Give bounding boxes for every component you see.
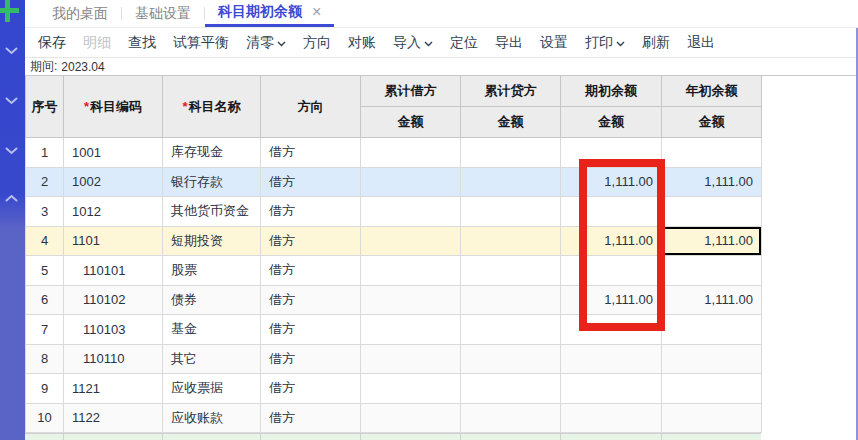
cell-year-begin-balance[interactable]: 1,111.00 [662,285,762,315]
cell-account-code[interactable]: 1002 [64,167,163,197]
cell-cumulative-credit[interactable] [461,315,561,345]
cell-seq[interactable]: 9 [26,374,64,404]
cell-begin-balance[interactable]: 1,111.00 [561,285,662,315]
cell-begin-balance[interactable] [561,403,662,433]
cell-seq[interactable]: 6 [26,285,64,315]
cell-account-code[interactable]: 110102 [64,285,163,315]
cell-year-begin-balance[interactable]: 1,111.00 [662,167,762,197]
close-icon[interactable]: × [312,4,321,20]
cell-seq[interactable]: 2 [26,167,64,197]
toolbar-button-14[interactable]: 退出 [687,34,715,52]
cell-seq[interactable]: 10 [26,403,64,433]
cell-direction[interactable]: 借方 [261,226,361,256]
cell-seq[interactable]: 3 [26,197,64,227]
period-value[interactable]: 2023.04 [61,60,104,74]
cell-account-name[interactable]: 债券 [163,285,261,315]
cell-cumulative-credit[interactable] [461,167,561,197]
cell-cumulative-credit[interactable] [461,374,561,404]
cell-cumulative-debit[interactable] [361,226,461,256]
cell-account-name[interactable]: 库存现金 [163,138,261,168]
cell-cumulative-debit[interactable] [361,138,461,168]
cell-account-code[interactable]: 1001 [64,138,163,168]
cell-seq[interactable]: 5 [26,256,64,286]
cell-account-code[interactable]: 1101 [64,226,163,256]
toolbar-button-10[interactable]: 导出 [495,34,523,52]
chevron-down-icon[interactable] [5,41,19,50]
cell-direction[interactable]: 借方 [261,138,361,168]
toolbar-button-5[interactable]: 清零 [246,34,286,52]
cell-begin-balance[interactable]: 1,111.00 [561,167,662,197]
cell-cumulative-debit[interactable] [361,344,461,374]
cell-begin-balance[interactable] [561,197,662,227]
cell-account-name[interactable]: 短期投资 [163,226,261,256]
cell-cumulative-debit[interactable] [361,374,461,404]
cell-year-begin-balance[interactable] [662,315,762,345]
cell-cumulative-credit[interactable] [461,226,561,256]
toolbar-button-1[interactable]: 保存 [38,34,66,52]
cell-account-name[interactable]: 基金 [163,315,261,345]
cell-account-name[interactable]: 其它 [163,344,261,374]
cell-year-begin-balance[interactable] [662,403,762,433]
cell-seq[interactable]: 8 [26,344,64,374]
cell-direction[interactable]: 借方 [261,285,361,315]
cell-year-begin-balance[interactable] [662,344,762,374]
cell-account-code[interactable]: 110101 [64,256,163,286]
cell-account-code[interactable]: 110110 [64,344,163,374]
cell-cumulative-credit[interactable] [461,256,561,286]
cell-cumulative-credit[interactable] [461,344,561,374]
cell-cumulative-credit[interactable] [461,138,561,168]
tab-1[interactable]: 我的桌面 [39,0,121,27]
cell-account-name[interactable]: 应收账款 [163,403,261,433]
cell-year-begin-balance[interactable] [662,374,762,404]
cell-direction[interactable]: 借方 [261,197,361,227]
chevron-down-icon[interactable] [5,91,19,100]
chevron-down-icon[interactable] [5,141,19,150]
cell-begin-balance[interactable] [561,374,662,404]
cell-year-begin-balance[interactable] [662,138,762,168]
cell-account-name[interactable]: 股票 [163,256,261,286]
cell-cumulative-debit[interactable] [361,285,461,315]
cell-account-code[interactable]: 110103 [64,315,163,345]
chevron-up-icon[interactable] [5,188,19,197]
toolbar-button-12[interactable]: 打印 [585,34,625,52]
cell-seq[interactable]: 7 [26,315,64,345]
cell-direction[interactable]: 借方 [261,256,361,286]
cell-direction[interactable]: 借方 [261,167,361,197]
cell-begin-balance[interactable] [561,315,662,345]
cell-cumulative-debit[interactable] [361,167,461,197]
tab-2[interactable]: 基础设置 [122,0,204,27]
cell-account-code[interactable]: 1122 [64,403,163,433]
cell-seq[interactable]: 1 [26,138,64,168]
cell-direction[interactable]: 借方 [261,374,361,404]
toolbar-button-8[interactable]: 导入 [393,34,433,52]
cell-begin-balance[interactable]: 1,111.00 [561,226,662,256]
toolbar-button-9[interactable]: 定位 [450,34,478,52]
cell-account-code[interactable]: 1012 [64,197,163,227]
cell-cumulative-credit[interactable] [461,285,561,315]
cell-account-name[interactable]: 银行存款 [163,167,261,197]
cell-account-name[interactable]: 其他货币资金 [163,197,261,227]
cell-cumulative-debit[interactable] [361,315,461,345]
plus-icon[interactable] [0,0,22,23]
cell-account-code[interactable]: 1121 [64,374,163,404]
toolbar-button-11[interactable]: 设置 [540,34,568,52]
cell-cumulative-credit[interactable] [461,197,561,227]
cell-cumulative-debit[interactable] [361,197,461,227]
cell-year-begin-balance[interactable] [662,256,762,286]
cell-account-name[interactable]: 应收票据 [163,374,261,404]
cell-begin-balance[interactable] [561,138,662,168]
cell-year-begin-balance[interactable] [662,197,762,227]
cell-direction[interactable]: 借方 [261,403,361,433]
cell-direction[interactable]: 借方 [261,344,361,374]
tab-3[interactable]: 科目期初余额× [205,0,334,27]
cell-year-begin-balance[interactable]: 1,111.00 [662,226,762,256]
toolbar-button-7[interactable]: 对账 [348,34,376,52]
toolbar-button-3[interactable]: 查找 [128,34,156,52]
cell-begin-balance[interactable] [561,256,662,286]
cell-cumulative-credit[interactable] [461,403,561,433]
toolbar-button-2[interactable]: 明细 [83,34,111,52]
toolbar-button-13[interactable]: 刷新 [642,34,670,52]
toolbar-button-6[interactable]: 方向 [303,34,331,52]
cell-cumulative-debit[interactable] [361,256,461,286]
cell-cumulative-debit[interactable] [361,403,461,433]
